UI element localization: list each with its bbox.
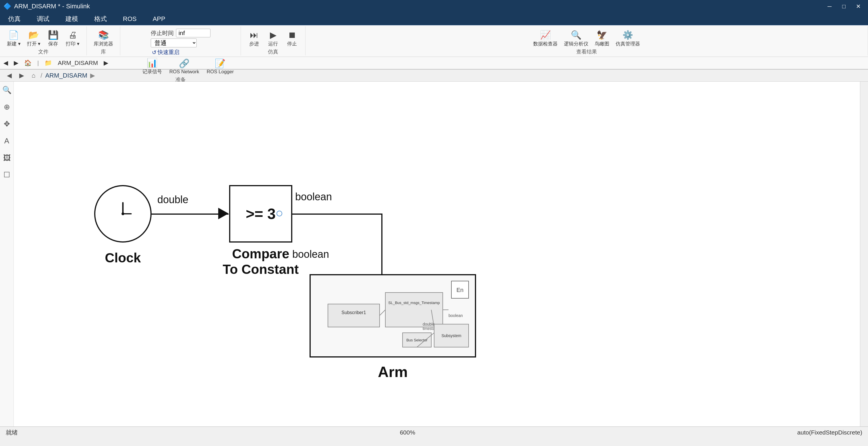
bird-view-button[interactable]: 🦅 鸟瞰图 bbox=[592, 29, 612, 48]
menu-app[interactable]: APP bbox=[145, 13, 174, 25]
minimize-button[interactable]: ─ bbox=[823, 0, 836, 13]
image-icon[interactable]: 🖼 bbox=[1, 152, 12, 164]
compare-label-line2: To Constant bbox=[223, 262, 299, 277]
toolbar-group-prepare: 停止时间 普通 快速加速 ↺ 快速重启 📊 记录信号 🔗 ROS Netw bbox=[120, 26, 241, 56]
data-inspector-icon: 📈 bbox=[540, 30, 551, 40]
toolbar-group-simulation: ⏭ 步进 ▶ 运行 ⏹ 停止 仿真 bbox=[241, 26, 306, 56]
open-icon: 📂 bbox=[28, 30, 39, 40]
mode-select[interactable]: 普通 快速加速 bbox=[151, 38, 197, 48]
toolbar-group-file: 📄 新建 ▾ 📂 打开 ▾ 💾 保存 🖨 打印 ▾ 文件 bbox=[0, 26, 87, 56]
text-icon[interactable]: A bbox=[3, 135, 11, 147]
pan-icon[interactable]: ✥ bbox=[2, 118, 12, 130]
logic-analyzer-button[interactable]: 🔍 逻辑分析仪 bbox=[562, 29, 591, 48]
step-button[interactable]: ⏭ 步进 bbox=[246, 29, 263, 48]
menu-format[interactable]: 格式 bbox=[86, 13, 115, 25]
svg-line-16 bbox=[380, 310, 385, 316]
svg-text:boolean: boolean bbox=[448, 313, 463, 318]
check-icon[interactable]: ☐ bbox=[2, 169, 12, 181]
sim-manager-icon: ⚙️ bbox=[622, 30, 633, 40]
library-browser-button[interactable]: 📚 库浏览器 bbox=[91, 29, 116, 48]
quick-restart-button[interactable]: ↺ 快速重启 bbox=[151, 48, 181, 57]
title-bar: 🔷 ARM_DISARM * - Simulink ─ □ ✕ bbox=[0, 0, 868, 13]
results-group-label: 查看结果 bbox=[576, 48, 597, 56]
ros-network-icon: 🔗 bbox=[179, 58, 189, 68]
arm-label: Arm bbox=[378, 363, 408, 381]
svg-text:Bus Selector: Bus Selector bbox=[406, 338, 428, 342]
path-fwd-btn[interactable]: ▶ bbox=[17, 71, 26, 80]
path-model[interactable]: ARM_DISARM bbox=[45, 72, 87, 79]
path-arrow: ▶ bbox=[90, 72, 95, 79]
clock-block[interactable]: Clock bbox=[94, 185, 152, 242]
svg-text:Subscriber1: Subscriber1 bbox=[341, 310, 366, 315]
arm-inner-svg: En Subscriber1 SL_Bus_std_msgs_Timestamp… bbox=[311, 275, 476, 357]
arm-symbol: En Subscriber1 SL_Bus_std_msgs_Timestamp… bbox=[310, 274, 476, 357]
title-left: 🔷 ARM_DISARM * - Simulink bbox=[3, 3, 90, 10]
run-button[interactable]: ▶ 运行 bbox=[265, 29, 282, 48]
path-sep1: / bbox=[40, 72, 42, 79]
arm-block[interactable]: En Subscriber1 SL_Bus_std_msgs_Timestamp… bbox=[310, 274, 476, 357]
nav-forward-button[interactable]: ▶ bbox=[14, 59, 19, 66]
quick-restart-icon: ↺ bbox=[152, 49, 156, 56]
nav-home-button[interactable]: 🏠 bbox=[24, 59, 32, 66]
maximize-button[interactable]: □ bbox=[838, 0, 850, 13]
record-signal-button[interactable]: 📊 记录信号 bbox=[140, 57, 164, 76]
breadcrumb-path[interactable]: ARM_DISARM bbox=[58, 59, 98, 66]
svg-point-2 bbox=[121, 212, 124, 215]
logic-analyzer-icon: 🔍 bbox=[571, 30, 582, 40]
menu-debug[interactable]: 调试 bbox=[29, 13, 57, 25]
path-home-btn[interactable]: ⌂ bbox=[29, 71, 38, 80]
new-icon: 📄 bbox=[8, 30, 19, 40]
save-icon: 💾 bbox=[48, 30, 59, 40]
status-ready: 就绪 bbox=[6, 428, 18, 437]
menu-ros[interactable]: ROS bbox=[115, 13, 145, 25]
save-button[interactable]: 💾 保存 bbox=[44, 29, 62, 48]
zoom-level: 600% bbox=[400, 429, 415, 436]
stop-button[interactable]: ⏹ 停止 bbox=[283, 29, 301, 48]
data-inspector-button[interactable]: 📈 数据检查器 bbox=[531, 29, 560, 48]
menu-build[interactable]: 建模 bbox=[57, 13, 86, 25]
close-button[interactable]: ✕ bbox=[852, 0, 865, 13]
solver-info: auto(FixedStepDiscrete) bbox=[797, 429, 862, 436]
right-sidebar bbox=[860, 82, 868, 426]
ros-logger-button[interactable]: 📝 ROS Logger bbox=[205, 57, 236, 76]
arrow-to-compare bbox=[218, 208, 228, 219]
main-toolbar: 📄 新建 ▾ 📂 打开 ▾ 💾 保存 🖨 打印 ▾ 文件 📚 库浏览器 bbox=[0, 25, 868, 57]
stop-time-label: 停止时间 bbox=[151, 29, 174, 37]
toolbar-group-results: 📈 数据检查器 🔍 逻辑分析仪 🦅 鸟瞰图 ⚙️ 仿真管理器 查看结果 bbox=[306, 26, 868, 56]
print-button[interactable]: 🖨 打印 ▾ bbox=[63, 29, 82, 48]
simulink-canvas[interactable]: double boolean boolean Cl bbox=[14, 82, 860, 426]
fit-view-icon[interactable]: ⊕ bbox=[2, 101, 12, 113]
ros-network-button[interactable]: 🔗 ROS Network bbox=[167, 57, 202, 76]
clock-svg bbox=[95, 185, 151, 242]
compare-label-line1: Compare bbox=[223, 246, 299, 262]
compare-block[interactable]: >= 3 Compare To Constant bbox=[229, 185, 292, 242]
new-button[interactable]: 📄 新建 ▾ bbox=[5, 29, 23, 48]
ros-logger-icon: 📝 bbox=[215, 58, 225, 68]
window-controls: ─ □ ✕ bbox=[823, 0, 865, 13]
sim-group-label: 仿真 bbox=[268, 48, 278, 56]
sim-manager-button[interactable]: ⚙️ 仿真管理器 bbox=[613, 29, 642, 48]
print-icon: 🖨 bbox=[68, 30, 77, 40]
run-icon: ▶ bbox=[270, 30, 277, 40]
main-area: 🔍 ⊕ ✥ A 🖼 ☐ double boolean boolean bbox=[0, 82, 868, 426]
bird-view-icon: 🦅 bbox=[597, 30, 607, 40]
signal-label-double: double bbox=[157, 194, 188, 206]
svg-text:double: double bbox=[423, 322, 435, 326]
breadcrumb-arrow: ▶ bbox=[104, 59, 108, 66]
stop-time-input[interactable] bbox=[176, 29, 211, 37]
nav-back-button[interactable]: ◀ bbox=[3, 59, 8, 66]
library-group-label: 库 bbox=[101, 48, 106, 56]
breadcrumb-icon: 📁 bbox=[44, 59, 52, 66]
menu-simulation[interactable]: 仿真 bbox=[0, 13, 29, 25]
svg-rect-5 bbox=[328, 304, 380, 327]
path-back-btn[interactable]: ◀ bbox=[5, 71, 14, 80]
compare-label: Compare To Constant bbox=[223, 246, 299, 277]
open-button[interactable]: 📂 打开 ▾ bbox=[25, 29, 43, 48]
toolbar-group-library: 📚 库浏览器 库 bbox=[87, 26, 120, 56]
zoom-in-icon[interactable]: 🔍 bbox=[1, 84, 13, 96]
record-icon: 📊 bbox=[147, 58, 157, 68]
window-title: ARM_DISARM * - Simulink bbox=[14, 3, 90, 10]
svg-text:SL_Bus_std_msgs_Timestamp: SL_Bus_std_msgs_Timestamp bbox=[388, 301, 440, 305]
signal-label-boolean1: boolean bbox=[295, 191, 332, 203]
stop-icon: ⏹ bbox=[288, 30, 296, 40]
